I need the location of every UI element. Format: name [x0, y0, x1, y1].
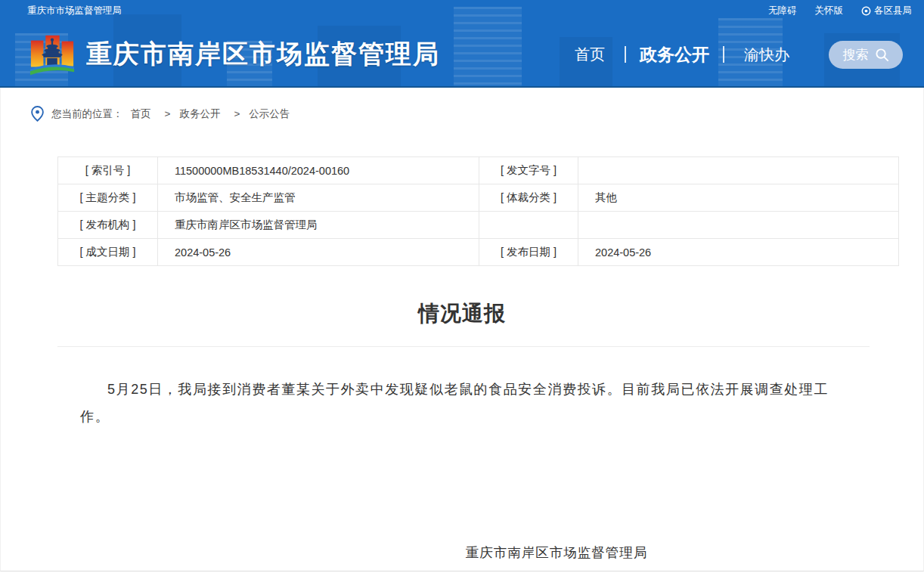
site-header: 重庆市市场监督管理局 无障碍 关怀版 各区县局	[0, 0, 924, 88]
nav-item-yukuaiban[interactable]: 渝快办	[724, 45, 809, 65]
map-pin-icon	[31, 106, 44, 122]
district-bureaus-label: 各区县局	[874, 5, 912, 17]
meta-label-publisher: [ 发布机构 ]	[58, 212, 158, 239]
table-row: [ 成文日期 ] 2024-05-26 [ 发布日期 ] 2024-05-26	[58, 239, 899, 266]
site-title: 重庆市南岸区市场监督管理局	[86, 37, 440, 72]
meta-value-empty	[578, 212, 899, 239]
meta-label-empty	[479, 212, 578, 239]
article-title: 情况通报	[1, 299, 923, 328]
table-row: [ 索引号 ] 11500000MB18531440/2024-00160 [ …	[58, 157, 899, 184]
breadcrumb-gov-disclosure[interactable]: 政务公开	[179, 107, 220, 121]
meta-value-genre: 其他	[578, 184, 899, 212]
meta-value-topic: 市场监管、安全生产监管	[158, 184, 479, 212]
parent-site-link[interactable]: 重庆市市场监督管理局	[27, 5, 122, 17]
main-nav: 首页 政务公开 渝快办	[555, 43, 809, 67]
breadcrumb-prefix: 您当前的位置：	[51, 107, 123, 121]
search-button[interactable]: 搜索	[829, 41, 903, 69]
meta-value-doc-no	[578, 157, 899, 184]
meta-value-index-no: 11500000MB18531440/2024-00160	[158, 157, 479, 184]
signature-agency: 重庆市南岸区市场监督管理局	[190, 544, 923, 562]
meta-value-publisher: 重庆市南岸区市场监督管理局	[158, 212, 479, 239]
breadcrumb-announcements[interactable]: 公示公告	[249, 107, 290, 121]
bureau-logo-icon	[29, 31, 76, 78]
meta-label-doc-no: [ 发文字号 ]	[479, 157, 578, 184]
magnifier-icon	[875, 48, 889, 62]
meta-label-publish-date: [ 发布日期 ]	[479, 239, 578, 266]
title-divider	[57, 346, 870, 347]
top-utility-bar: 重庆市市场监督管理局 无障碍 关怀版 各区县局	[0, 0, 924, 21]
meta-label-topic: [ 主题分类 ]	[58, 184, 158, 212]
brand-row: 重庆市南岸区市场监督管理局 首页 政务公开 渝快办 搜索	[0, 21, 924, 88]
signature-block: 重庆市南岸区市场监督管理局 2024年5月26日	[190, 544, 923, 573]
district-bureaus-link[interactable]: 各区县局	[861, 5, 912, 17]
table-row: [ 主题分类 ] 市场监管、安全生产监管 [ 体裁分类 ] 其他	[58, 184, 899, 212]
accessibility-link[interactable]: 无障碍	[768, 5, 797, 17]
document-meta-table: [ 索引号 ] 11500000MB18531440/2024-00160 [ …	[57, 156, 899, 266]
breadcrumb-separator: >	[234, 108, 240, 119]
breadcrumb-home[interactable]: 首页	[131, 107, 151, 121]
article-body: 5月25日，我局接到消费者董某关于外卖中发现疑似老鼠的食品安全消费投诉。目前我局…	[80, 376, 829, 430]
meta-label-written-date: [ 成文日期 ]	[58, 239, 158, 266]
location-circle-icon	[861, 6, 871, 16]
table-row: [ 发布机构 ] 重庆市南岸区市场监督管理局	[58, 212, 899, 239]
nav-item-home[interactable]: 首页	[555, 45, 625, 65]
page-content: 您当前的位置： 首页 > 政务公开 > 公示公告 [ 索引号 ] 1150000…	[0, 88, 924, 571]
care-version-link[interactable]: 关怀版	[815, 5, 844, 17]
breadcrumb: 您当前的位置： 首页 > 政务公开 > 公示公告	[1, 88, 923, 122]
meta-value-written-date: 2024-05-26	[158, 239, 479, 266]
search-button-label: 搜索	[843, 46, 869, 63]
meta-value-publish-date: 2024-05-26	[578, 239, 899, 266]
meta-label-index-no: [ 索引号 ]	[58, 157, 158, 184]
breadcrumb-separator: >	[165, 108, 171, 119]
nav-item-gov-disclosure[interactable]: 政务公开	[626, 43, 723, 67]
meta-label-genre: [ 体裁分类 ]	[479, 184, 578, 212]
